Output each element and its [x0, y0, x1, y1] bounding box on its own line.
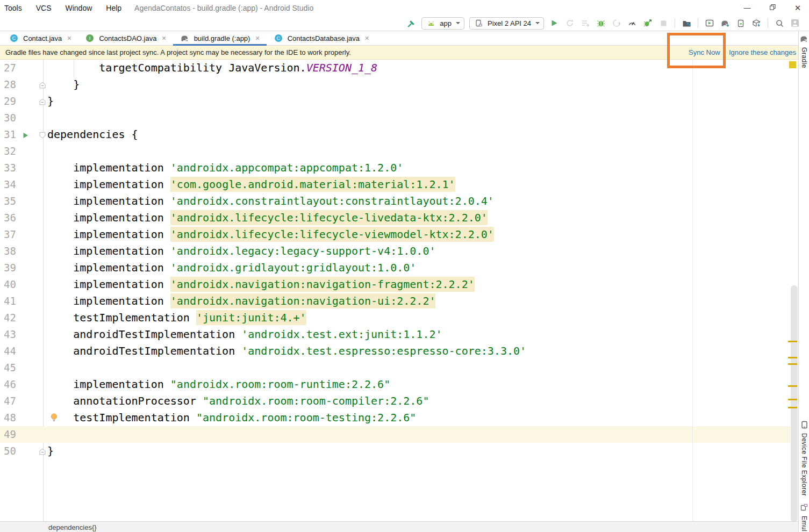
line-number[interactable]: 48: [4, 409, 16, 426]
code-text[interactable]: implementation 'androidx.lifecycle:lifec…: [47, 210, 488, 226]
code-text[interactable]: implementation 'androidx.constraintlayou…: [47, 193, 494, 210]
code-text[interactable]: }: [47, 93, 54, 110]
minimize-icon[interactable]: —: [743, 4, 751, 12]
fold-marker-icon[interactable]: [39, 81, 46, 91]
code-text[interactable]: testImplementation 'junit:junit:4.+': [47, 310, 306, 326]
line-number[interactable]: 31: [4, 126, 16, 143]
code-line[interactable]: 32: [0, 143, 790, 160]
profile-apk-folder-icon[interactable]: [681, 18, 692, 28]
line-number[interactable]: 40: [4, 276, 16, 293]
debug-bug-icon[interactable]: [596, 18, 606, 28]
line-number[interactable]: 42: [4, 310, 16, 326]
code-line[interactable]: 41 implementation 'androidx.navigation:n…: [0, 293, 790, 310]
restore-icon[interactable]: [769, 4, 776, 12]
code-line[interactable]: 49: [0, 426, 790, 443]
stop-icon[interactable]: [658, 18, 669, 28]
line-number[interactable]: 30: [4, 110, 16, 126]
code-line[interactable]: 38 implementation 'androidx.legacy:legac…: [0, 243, 790, 260]
avd-manager-icon[interactable]: [704, 18, 715, 28]
code-line[interactable]: 30: [0, 110, 790, 126]
code-text[interactable]: dependencies {: [47, 126, 138, 143]
tab-contact-java[interactable]: CContact.java✕: [2, 31, 78, 45]
code-text[interactable]: implementation 'androidx.gridlayout:grid…: [47, 260, 416, 276]
tab-contactsdao-java[interactable]: IContactsDAO.java✕: [78, 31, 173, 45]
menu-item-help[interactable]: Help: [106, 4, 121, 12]
line-number[interactable]: 41: [4, 293, 16, 310]
code-text[interactable]: implementation "androidx.room:room-runti…: [47, 376, 390, 393]
code-line[interactable]: 31dependencies {: [0, 126, 790, 143]
close-icon[interactable]: ✕: [161, 35, 166, 42]
line-number[interactable]: 47: [4, 393, 16, 409]
search-everywhere-icon[interactable]: [774, 18, 785, 28]
code-line[interactable]: 47 annotationProcessor "androidx.room:ro…: [0, 393, 790, 409]
code-text[interactable]: implementation 'androidx.lifecycle:lifec…: [47, 226, 494, 243]
editor-scrollbar[interactable]: [791, 285, 798, 522]
line-number[interactable]: 34: [4, 176, 16, 193]
run-play-icon[interactable]: [549, 18, 560, 28]
line-number[interactable]: 43: [4, 326, 16, 343]
device-manager-icon[interactable]: [735, 18, 746, 28]
breadcrumb[interactable]: dependencies{}: [48, 523, 97, 531]
line-number[interactable]: 35: [4, 193, 16, 210]
menu-item-tools[interactable]: Tools: [4, 4, 22, 12]
retry-debugger-icon[interactable]: [642, 18, 653, 28]
line-number[interactable]: 33: [4, 160, 16, 176]
code-text[interactable]: testImplementation "androidx.room:room-t…: [47, 409, 416, 426]
profile-avatar-icon[interactable]: [790, 18, 800, 28]
code-text[interactable]: androidTestImplementation 'androidx.test…: [47, 343, 526, 360]
tool-stripe-emulator[interactable]: Emulator: [799, 502, 809, 532]
line-number[interactable]: 39: [4, 260, 16, 276]
attach-profiler-icon[interactable]: [611, 18, 622, 28]
code-line[interactable]: 50}: [0, 443, 790, 459]
close-icon[interactable]: ✕: [67, 35, 71, 42]
ignore-changes-link[interactable]: Ignore these changes: [729, 48, 796, 56]
menu-item-window[interactable]: Window: [65, 4, 92, 12]
code-line[interactable]: 39 implementation 'androidx.gridlayout:g…: [0, 260, 790, 276]
code-line[interactable]: 45: [0, 360, 790, 376]
line-number[interactable]: 49: [4, 426, 16, 443]
tab-contactsdatabase-java[interactable]: CContactsDatabase.java✕: [267, 31, 376, 45]
code-text[interactable]: implementation 'com.google.android.mater…: [47, 176, 455, 193]
code-line[interactable]: 37 implementation 'androidx.lifecycle:li…: [0, 226, 790, 243]
code-text[interactable]: implementation 'androidx.navigation:navi…: [47, 293, 435, 310]
close-icon[interactable]: ✕: [794, 3, 801, 13]
fold-marker-icon[interactable]: [39, 98, 46, 107]
code-line[interactable]: 42 testImplementation 'junit:junit:4.+': [0, 310, 790, 326]
code-text[interactable]: implementation 'androidx.appcompat:appco…: [47, 160, 403, 176]
line-number[interactable]: 44: [4, 343, 16, 360]
code-line[interactable]: 33 implementation 'androidx.appcompat:ap…: [0, 160, 790, 176]
code-text[interactable]: }: [47, 443, 54, 459]
code-text[interactable]: implementation 'androidx.navigation:navi…: [47, 276, 475, 293]
build-hammer-icon[interactable]: [406, 18, 417, 28]
code-line[interactable]: 35 implementation 'androidx.constraintla…: [0, 193, 790, 210]
code-line[interactable]: 34 implementation 'com.google.android.ma…: [0, 176, 790, 193]
code-line[interactable]: 43 androidTestImplementation 'androidx.t…: [0, 326, 790, 343]
line-number[interactable]: 27: [4, 60, 16, 76]
run-gutter-icon[interactable]: [23, 131, 28, 141]
line-number[interactable]: 50: [4, 443, 16, 459]
line-number[interactable]: 32: [4, 143, 16, 160]
code-text[interactable]: }: [47, 76, 80, 93]
close-icon[interactable]: ✕: [255, 35, 260, 42]
code-editor[interactable]: 27 targetCompatibility JavaVersion.VERSI…: [0, 60, 790, 459]
menu-item-vcs[interactable]: VCS: [36, 4, 52, 12]
profile-gauge-icon[interactable]: [627, 18, 638, 28]
code-line[interactable]: 44 androidTestImplementation 'androidx.t…: [0, 343, 790, 360]
sdk-manager-icon[interactable]: [751, 18, 762, 28]
line-number[interactable]: 45: [4, 360, 16, 376]
line-number[interactable]: 37: [4, 226, 16, 243]
code-line[interactable]: 36 implementation 'androidx.lifecycle:li…: [0, 210, 790, 226]
code-text[interactable]: targetCompatibility JavaVersion.VERSION_…: [47, 60, 377, 76]
apply-code-changes-icon[interactable]: [580, 18, 591, 28]
code-line[interactable]: 29}: [0, 93, 790, 110]
code-line[interactable]: 48 testImplementation "androidx.room:roo…: [0, 409, 790, 426]
code-text[interactable]: androidTestImplementation 'androidx.test…: [47, 326, 442, 343]
gradle-sync-icon[interactable]: [720, 18, 731, 28]
inspection-status-square[interactable]: [789, 61, 796, 68]
line-number[interactable]: 46: [4, 376, 16, 393]
code-line[interactable]: 46 implementation "androidx.room:room-ru…: [0, 376, 790, 393]
code-text[interactable]: annotationProcessor "androidx.room:room-…: [47, 393, 429, 409]
fold-marker-icon[interactable]: [39, 448, 46, 457]
code-text[interactable]: implementation 'androidx.legacy:legacy-s…: [47, 243, 435, 260]
code-line[interactable]: 28 }: [0, 76, 790, 93]
